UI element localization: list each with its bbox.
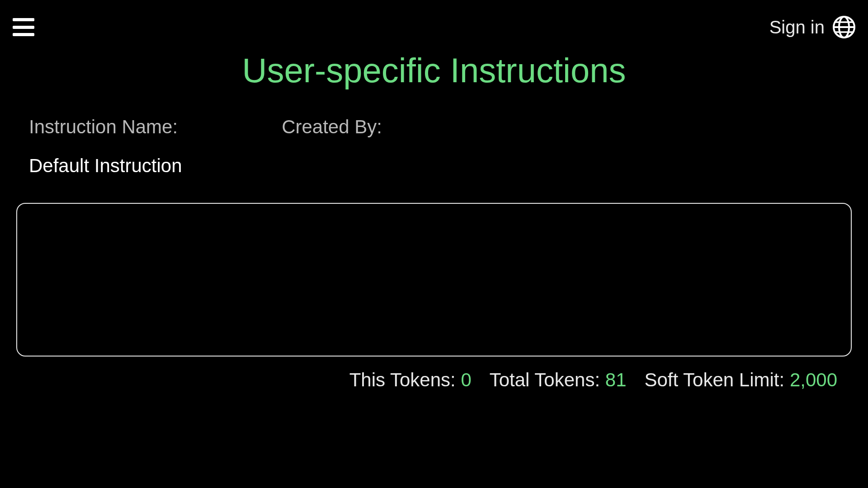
soft-token-limit: Soft Token Limit: 2,000 bbox=[645, 369, 838, 391]
this-tokens: This Tokens: 0 bbox=[349, 369, 472, 391]
created-by-label: Created By: bbox=[282, 116, 382, 138]
info-row: Instruction Name: Created By: bbox=[0, 116, 868, 138]
this-tokens-value: 0 bbox=[461, 369, 471, 390]
total-tokens-value: 81 bbox=[605, 369, 627, 390]
app-header: Sign in bbox=[0, 0, 868, 43]
soft-token-limit-value: 2,000 bbox=[790, 369, 837, 390]
total-tokens-label: Total Tokens: bbox=[490, 369, 605, 390]
sign-in-link[interactable]: Sign in bbox=[769, 17, 825, 38]
header-right: Sign in bbox=[769, 16, 855, 38]
soft-token-limit-label: Soft Token Limit: bbox=[645, 369, 790, 390]
instruction-textarea[interactable] bbox=[16, 203, 852, 357]
token-info-row: This Tokens: 0 Total Tokens: 81 Soft Tok… bbox=[0, 369, 868, 391]
textarea-container bbox=[0, 203, 868, 358]
instruction-name-value: Default Instruction bbox=[0, 155, 868, 177]
hamburger-menu-icon[interactable] bbox=[13, 18, 34, 36]
total-tokens: Total Tokens: 81 bbox=[490, 369, 627, 391]
globe-icon[interactable] bbox=[833, 16, 855, 38]
instruction-name-label: Instruction Name: bbox=[29, 116, 178, 138]
page-title: User-specific Instructions bbox=[0, 51, 868, 90]
this-tokens-label: This Tokens: bbox=[349, 369, 461, 390]
